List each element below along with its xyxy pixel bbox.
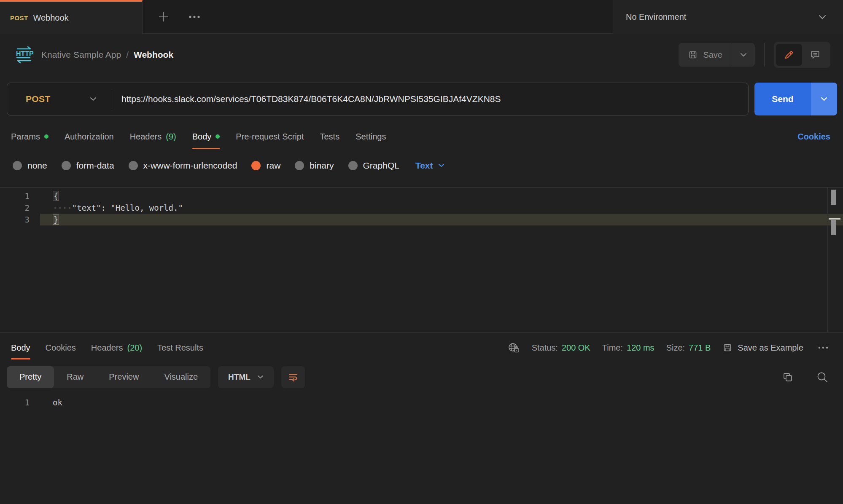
- new-tab-button[interactable]: [153, 6, 175, 28]
- copy-response-button[interactable]: [779, 369, 795, 385]
- radio-icon: [129, 161, 138, 170]
- request-tab[interactable]: POST Webhook: [0, 0, 143, 34]
- time-pair: Time: 120 ms: [602, 343, 654, 353]
- body-mode-row: none form-data x-www-form-urlencoded raw…: [0, 151, 843, 187]
- view-raw-button[interactable]: Raw: [54, 366, 96, 388]
- response-options-button[interactable]: [815, 343, 831, 352]
- response-format-selector[interactable]: HTML: [218, 366, 274, 388]
- code-line: 2 ····"text": "Hello, world.": [0, 202, 843, 214]
- mode-graphql[interactable]: GraphQL: [348, 161, 399, 171]
- tab-label: Tests: [320, 132, 339, 142]
- response-tab-test-results[interactable]: Test Results: [157, 332, 203, 363]
- send-options-button[interactable]: [811, 83, 837, 115]
- url-row: POST Send: [0, 76, 843, 122]
- line-number: 2: [0, 202, 40, 214]
- response-header: Body Cookies Headers (20) Test Results S…: [0, 332, 843, 363]
- bracket-match: }: [53, 214, 59, 225]
- tab-label: Test Results: [157, 343, 203, 353]
- response-tab-headers[interactable]: Headers (20): [91, 332, 142, 363]
- breadcrumb-collection[interactable]: Knative Sample App: [41, 50, 121, 60]
- mode-label: form-data: [76, 161, 114, 171]
- method-selector[interactable]: POST: [7, 94, 112, 104]
- save-as-example-button[interactable]: Save as Example: [722, 343, 803, 353]
- search-response-button[interactable]: [814, 369, 830, 385]
- cookies-link[interactable]: Cookies: [797, 132, 830, 142]
- code-line-current: 3 }: [0, 214, 843, 225]
- response-tab-cookies[interactable]: Cookies: [46, 332, 76, 363]
- radio-selected-icon: [251, 161, 261, 170]
- url-input[interactable]: [112, 94, 748, 104]
- plus-icon: [157, 10, 170, 24]
- tab-tests[interactable]: Tests: [320, 122, 339, 151]
- modified-dot: [44, 134, 48, 139]
- tab-headers[interactable]: Headers (9): [130, 122, 176, 151]
- response-text: ok: [40, 396, 843, 409]
- status-pair: Status: 200 OK: [532, 343, 590, 353]
- view-pretty-button[interactable]: Pretty: [7, 366, 54, 388]
- pencil-icon: [784, 49, 795, 60]
- tab-params[interactable]: Params: [11, 122, 48, 151]
- tab-body[interactable]: Body: [192, 122, 220, 151]
- mode-binary[interactable]: binary: [295, 161, 334, 171]
- send-button-group: Send: [754, 83, 837, 115]
- tab-label: Headers: [130, 132, 162, 142]
- response-tab-body[interactable]: Body: [11, 332, 30, 363]
- comments-button[interactable]: [802, 44, 828, 66]
- status-value: 200 OK: [562, 343, 590, 353]
- more-horizontal-icon: [818, 346, 829, 349]
- url-box: POST: [7, 83, 749, 115]
- save-button[interactable]: Save: [679, 43, 732, 67]
- mode-label: raw: [266, 161, 280, 171]
- whitespace-dots: ····: [53, 203, 72, 212]
- editor-overview-ruler[interactable]: [827, 188, 843, 332]
- cursor-position-marker: [829, 218, 840, 220]
- environment-selector[interactable]: No Environment: [613, 0, 843, 34]
- environment-name: No Environment: [626, 12, 686, 22]
- tab-label: Cookies: [46, 343, 76, 353]
- size-pair: Size: 771 B: [666, 343, 711, 353]
- save-button-group: Save: [679, 43, 755, 67]
- raw-format-selector[interactable]: Text: [415, 161, 444, 171]
- tab-pre-request-script[interactable]: Pre-request Script: [236, 122, 304, 151]
- bracket-match: {: [53, 191, 59, 201]
- mode-raw[interactable]: raw: [251, 161, 280, 171]
- scrollbar-thumb[interactable]: [831, 190, 836, 205]
- wrap-line-button[interactable]: [281, 366, 305, 388]
- tab-label: Authorization: [65, 132, 114, 142]
- size-value: 771 B: [689, 343, 711, 353]
- network-globe-lock-icon[interactable]: [507, 342, 520, 354]
- tab-label: Body: [11, 343, 30, 353]
- mode-none[interactable]: none: [13, 161, 47, 171]
- doc-comment-toggle-group: [774, 42, 830, 68]
- mode-form-data[interactable]: form-data: [62, 161, 114, 171]
- save-options-button[interactable]: [732, 43, 755, 67]
- chevron-down-icon: [819, 15, 826, 19]
- breadcrumb-request-name[interactable]: Webhook: [134, 50, 173, 60]
- send-button[interactable]: Send: [754, 83, 811, 115]
- tab-authorization[interactable]: Authorization: [65, 122, 114, 151]
- line-content: }: [40, 214, 843, 225]
- request-body-editor[interactable]: 1 { 2 ····"text": "Hello, world." 3 }: [0, 187, 843, 332]
- response-line: 1 ok: [0, 396, 843, 409]
- chevron-down-icon: [257, 375, 264, 379]
- svg-text:HTTP: HTTP: [16, 50, 34, 57]
- edit-documentation-button[interactable]: [776, 44, 802, 66]
- raw-format-label: Text: [415, 161, 433, 171]
- headers-count-badge: (9): [166, 132, 176, 142]
- view-visualize-button[interactable]: Visualize: [151, 366, 210, 388]
- size-label: Size:: [666, 343, 685, 353]
- mode-label: GraphQL: [363, 161, 399, 171]
- save-as-example-label: Save as Example: [738, 343, 803, 353]
- copy-icon: [781, 371, 793, 383]
- tab-settings[interactable]: Settings: [356, 122, 386, 151]
- tab-bar: POST Webhook No Environment: [0, 0, 843, 34]
- mode-x-www-form-urlencoded[interactable]: x-www-form-urlencoded: [129, 161, 237, 171]
- response-body-viewer[interactable]: 1 ok: [0, 391, 843, 409]
- tab-options-button[interactable]: [184, 11, 205, 23]
- mode-label: x-www-form-urlencoded: [143, 161, 237, 171]
- code-text: "text": "Hello, world.": [72, 203, 183, 212]
- view-preview-button[interactable]: Preview: [96, 366, 151, 388]
- chevron-down-icon: [90, 97, 97, 101]
- wrap-text-icon: [288, 372, 299, 383]
- tab-label: Settings: [356, 132, 386, 142]
